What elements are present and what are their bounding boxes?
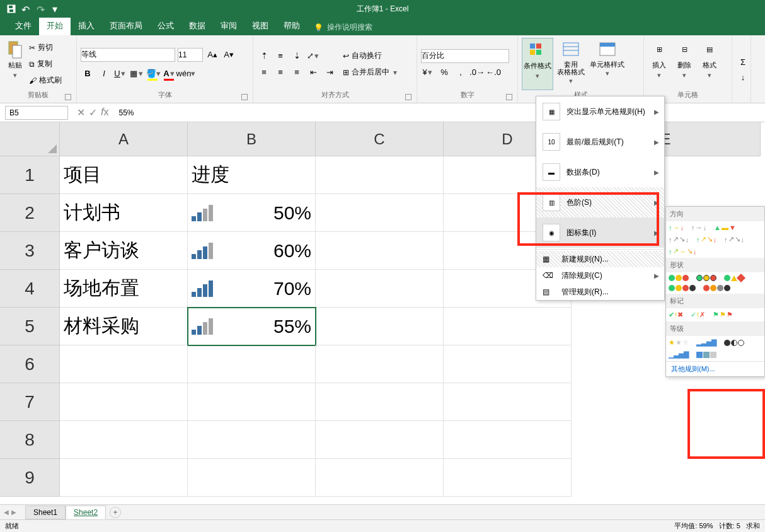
cell-a4[interactable]: 场地布置 <box>60 270 188 308</box>
iconset-quarters[interactable] <box>724 338 744 347</box>
cell[interactable] <box>316 383 444 421</box>
format-cells-button[interactable]: ▤格式▾ <box>698 38 721 90</box>
tab-review[interactable]: 审阅 <box>213 16 244 35</box>
bold-button[interactable]: B <box>81 67 95 81</box>
iconset-more-rules[interactable]: 其他规则(M)... <box>666 361 764 376</box>
tab-formulas[interactable]: 公式 <box>150 16 181 35</box>
tab-file[interactable]: 文件 <box>8 16 39 35</box>
row-header[interactable]: 7 <box>0 383 60 421</box>
iconset-traffic-rimmed[interactable] <box>696 275 716 281</box>
decrease-font-icon[interactable]: A▾ <box>222 48 236 62</box>
cell-b4[interactable]: 70% <box>188 270 316 308</box>
align-center-icon[interactable]: ≡ <box>273 66 287 79</box>
select-all-button[interactable] <box>0 122 60 156</box>
cell[interactable] <box>60 421 188 459</box>
cell-styles-button[interactable]: 单元格样式▾ <box>589 38 626 90</box>
cell[interactable] <box>444 459 572 497</box>
increase-decimal-icon[interactable]: .0→ <box>470 66 484 79</box>
align-right-icon[interactable]: ≡ <box>290 66 304 79</box>
format-table-button[interactable]: 套用 表格格式▾ <box>556 38 586 90</box>
paste-button[interactable]: 粘贴 ▾ <box>4 38 26 90</box>
iconset-arrows-3color[interactable]: ↑→↓ <box>669 224 684 231</box>
cell-b3[interactable]: 60% <box>188 232 316 270</box>
copy-button[interactable]: ⧉复制 <box>29 57 62 72</box>
tab-view[interactable]: 视图 <box>244 16 276 35</box>
row-header[interactable]: 2 <box>0 194 60 232</box>
fill-icon[interactable]: ↓ <box>736 71 750 84</box>
cell-c3[interactable] <box>316 232 444 270</box>
increase-indent-icon[interactable]: ⇥ <box>323 66 336 79</box>
cell[interactable] <box>60 345 188 383</box>
tab-data[interactable]: 数据 <box>181 16 213 35</box>
iconset-arrows-4color[interactable]: ↑↗↘↓ <box>696 235 716 243</box>
iconset-flags[interactable]: ⚑⚑⚑ <box>713 311 733 319</box>
iconset-signs-3[interactable] <box>724 275 744 281</box>
align-left-icon[interactable]: ≡ <box>257 66 271 79</box>
wrap-text-button[interactable]: ↩自动换行 <box>343 49 398 64</box>
delete-cells-button[interactable]: ⊟删除▾ <box>673 38 696 90</box>
cell[interactable] <box>188 383 316 421</box>
fx-icon[interactable]: fx <box>101 107 108 119</box>
cf-manage-rules[interactable]: ▤管理规则(R)... <box>536 284 664 300</box>
cf-clear-rules[interactable]: ⌫清除规则(C)▶ <box>536 267 664 284</box>
iconset-traffic-4[interactable] <box>669 285 696 291</box>
percent-icon[interactable]: % <box>437 66 451 79</box>
cell-c1[interactable] <box>316 156 444 194</box>
border-button[interactable]: ▦▾ <box>130 67 144 81</box>
clipboard-launcher[interactable] <box>65 94 71 100</box>
row-header[interactable]: 1 <box>0 156 60 194</box>
cell[interactable] <box>444 383 572 421</box>
cell-b1[interactable]: 进度 <box>188 156 316 194</box>
fill-color-button[interactable]: 🪣▾ <box>146 67 160 81</box>
row-header[interactable]: 9 <box>0 459 60 497</box>
iconset-arrows-4gray[interactable]: ↑↗↘↓ <box>669 235 689 243</box>
font-color-button[interactable]: A▾ <box>163 67 176 81</box>
comma-icon[interactable]: , <box>454 66 468 79</box>
italic-button[interactable]: I <box>97 67 111 81</box>
tab-help[interactable]: 帮助 <box>276 16 308 35</box>
cf-data-bars[interactable]: ▬ 数据条(D) ▶ <box>536 157 664 187</box>
number-format-select[interactable] <box>421 49 509 63</box>
autosum-icon[interactable]: Σ <box>736 55 750 69</box>
iconset-stars[interactable]: ★★☆ <box>669 338 689 347</box>
iconset-traffic-3[interactable] <box>669 275 689 281</box>
orientation-icon[interactable]: ⤢▾ <box>306 49 320 63</box>
cell[interactable] <box>188 345 316 383</box>
row-header[interactable]: 4 <box>0 270 60 308</box>
iconset-boxes[interactable] <box>696 350 716 359</box>
row-header[interactable]: 8 <box>0 421 60 459</box>
undo-icon[interactable]: ↶ <box>21 4 32 14</box>
underline-button[interactable]: U▾ <box>113 67 127 81</box>
sheet-tab[interactable]: Sheet2 <box>66 506 106 519</box>
row-header[interactable]: 6 <box>0 345 60 383</box>
cell-b5[interactable]: 55% <box>188 308 316 345</box>
iconset-redblack[interactable] <box>703 285 730 291</box>
confirm-icon[interactable]: ✓ <box>89 107 97 119</box>
redo-icon[interactable]: ↷ <box>37 4 47 14</box>
conditional-format-button[interactable]: 条件格式▾ <box>522 38 553 90</box>
formula-input[interactable]: 55% <box>112 108 765 117</box>
cf-icon-sets[interactable]: ◉ 图标集(I) ▶ <box>536 217 664 248</box>
cell[interactable] <box>444 421 572 459</box>
decrease-indent-icon[interactable]: ⇤ <box>306 66 320 79</box>
iconset-bars-4[interactable]: ▂▃▅▇ <box>696 338 716 347</box>
merge-button[interactable]: ⊞合并后居中▾ <box>343 65 398 80</box>
iconset-symbols-circled[interactable]: ✔!✖ <box>669 311 683 319</box>
align-top-icon[interactable]: ⇡ <box>257 49 271 63</box>
increase-font-icon[interactable]: A▴ <box>205 48 219 62</box>
tab-insert[interactable]: 插入 <box>71 16 102 35</box>
font-name-input[interactable] <box>81 48 175 62</box>
iconset-arrows-4mixed[interactable]: ↑↗↘↓ <box>724 235 744 243</box>
iconset-symbols[interactable]: ✓!✗ <box>691 311 705 319</box>
iconset-arrows-5color[interactable]: ↑↗→↘↓ <box>669 247 696 255</box>
cell-a2[interactable]: 计划书 <box>60 194 188 232</box>
col-header-c[interactable]: C <box>316 122 444 156</box>
iconset-arrows-3gray[interactable]: ↑→↓ <box>691 224 706 231</box>
cell[interactable] <box>60 459 188 497</box>
cell-c5[interactable] <box>316 308 444 345</box>
cell[interactable] <box>316 345 444 383</box>
insert-cells-button[interactable]: ⊞插入▾ <box>648 38 670 90</box>
cell-b2[interactable]: 50% <box>188 194 316 232</box>
sheet-prev-icon[interactable]: ◀ <box>4 509 9 516</box>
iconset-triangles-3[interactable]: ▲▬▼ <box>714 224 736 231</box>
